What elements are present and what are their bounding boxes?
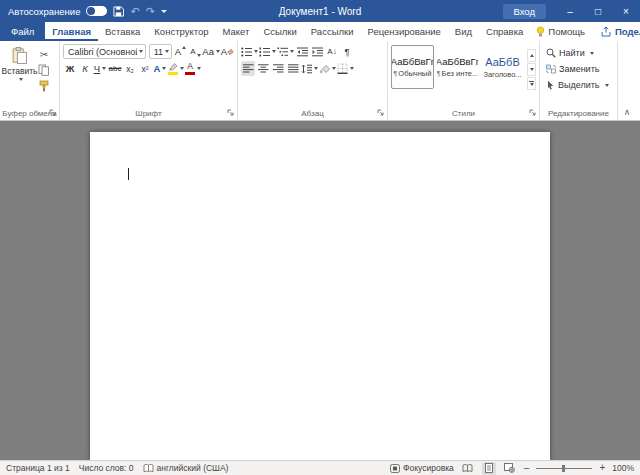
text-effects-button[interactable]: А xyxy=(153,61,167,76)
shrink-font-button[interactable]: А xyxy=(188,44,202,59)
increase-indent-button[interactable] xyxy=(310,44,324,59)
change-case-icon: Аа xyxy=(202,46,214,57)
italic-button[interactable]: К xyxy=(78,61,92,76)
tab-view[interactable]: Вид xyxy=(448,22,479,41)
qat-customize-icon[interactable] xyxy=(161,10,167,13)
document-page[interactable] xyxy=(90,132,550,460)
align-center-button[interactable] xyxy=(256,61,270,76)
replace-button[interactable]: Заменить xyxy=(546,62,613,76)
arrow-down-icon xyxy=(530,68,534,71)
change-case-button[interactable]: Аа xyxy=(203,44,219,59)
chevron-down-icon xyxy=(605,84,609,87)
tab-references[interactable]: Ссылки xyxy=(256,22,303,41)
web-layout-button[interactable] xyxy=(503,462,517,475)
word-count[interactable]: Число слов: 0 xyxy=(79,463,134,473)
style-normal[interactable]: АаБбВвГг ¶ Обычный xyxy=(391,45,434,89)
page-indicator[interactable]: Страница 1 из 1 xyxy=(6,463,70,473)
tab-insert[interactable]: Вставка xyxy=(98,22,147,41)
style-heading-1[interactable]: АаБбВ Заголово... xyxy=(481,45,524,89)
paste-button[interactable]: Вставить xyxy=(3,44,36,106)
paragraph-dialog-launcher-icon[interactable] xyxy=(377,109,385,117)
numbering-button[interactable] xyxy=(259,44,276,59)
read-mode-button[interactable] xyxy=(461,462,475,475)
zoom-slider[interactable] xyxy=(536,468,592,469)
multilevel-list-button[interactable] xyxy=(277,44,294,59)
tab-home[interactable]: Главная xyxy=(45,22,98,41)
collapse-ribbon-button[interactable]: ∧ xyxy=(620,106,634,118)
tab-layout[interactable]: Макет xyxy=(215,22,256,41)
zoom-out-button[interactable]: – xyxy=(524,463,530,473)
find-button[interactable]: Найти xyxy=(546,46,613,60)
font-name-select[interactable]: Calibri (Основной xyxy=(63,44,146,59)
titlebar-controls: Вход – □ × xyxy=(503,0,640,22)
font-color-button[interactable]: А xyxy=(185,61,201,76)
font-name-value: Calibri (Основной xyxy=(68,47,137,57)
justify-button[interactable] xyxy=(286,61,300,76)
borders-icon xyxy=(337,63,348,74)
tab-review[interactable]: Рецензирование xyxy=(360,22,447,41)
minimize-button[interactable]: – xyxy=(556,0,584,22)
focus-label: Фокусировка xyxy=(403,463,454,473)
clipboard-dialog-launcher-icon[interactable] xyxy=(49,109,57,117)
shrink-font-icon: А xyxy=(190,47,195,56)
save-icon[interactable] xyxy=(113,6,124,17)
format-painter-button[interactable] xyxy=(37,79,51,93)
bullets-button[interactable] xyxy=(241,44,258,59)
share-button[interactable]: Поделиться xyxy=(591,22,640,41)
paragraph-group: А ↓ ¶ xyxy=(238,41,388,120)
bold-button[interactable]: Ж xyxy=(63,61,77,76)
tab-help[interactable]: Справка xyxy=(479,22,530,41)
align-left-button[interactable] xyxy=(241,61,255,76)
tell-me-button[interactable]: Помощь xyxy=(530,22,591,41)
decrease-indent-button[interactable] xyxy=(295,44,309,59)
styles-dialog-launcher-icon[interactable] xyxy=(529,109,537,117)
document-canvas[interactable] xyxy=(0,121,640,460)
underline-button[interactable]: Ч xyxy=(93,61,107,76)
select-button[interactable]: Выделить xyxy=(546,78,613,92)
web-layout-icon xyxy=(504,463,515,473)
undo-icon[interactable]: ↶ xyxy=(130,6,139,17)
subscript-button[interactable]: x₂ xyxy=(123,61,137,76)
cut-button[interactable]: ✂ xyxy=(37,47,51,61)
editing-group: Найти Заменить Выделить xyxy=(540,41,618,120)
align-center-icon xyxy=(258,64,269,73)
print-layout-button[interactable] xyxy=(482,462,496,475)
font-dialog-launcher-icon[interactable] xyxy=(227,109,235,117)
highlight-color-button[interactable] xyxy=(168,61,184,76)
zoom-in-button[interactable]: + xyxy=(599,463,605,473)
language-indicator[interactable]: английский (США) xyxy=(143,463,229,473)
maximize-button[interactable]: □ xyxy=(584,0,612,22)
signin-button[interactable]: Вход xyxy=(503,4,547,19)
align-right-icon xyxy=(273,64,284,73)
superscript-button[interactable]: x² xyxy=(138,61,152,76)
styles-more-button[interactable] xyxy=(527,77,536,90)
tab-mailings[interactable]: Рассылки xyxy=(304,22,361,41)
shading-button[interactable] xyxy=(319,61,336,76)
style-no-spacing[interactable]: АаБбВвГг ¶ Без инте... xyxy=(436,45,479,89)
styles-scroll-down-button[interactable] xyxy=(527,63,536,76)
grow-font-button[interactable]: А xyxy=(173,44,187,59)
chevron-down-icon xyxy=(272,50,276,53)
scissors-icon: ✂ xyxy=(40,49,48,60)
sort-button[interactable]: А ↓ xyxy=(325,44,339,59)
redo-icon[interactable]: ↷ xyxy=(146,6,155,17)
clear-formatting-button[interactable]: А xyxy=(220,44,234,59)
borders-button[interactable] xyxy=(337,61,354,76)
line-spacing-button[interactable] xyxy=(301,61,318,76)
show-marks-button[interactable]: ¶ xyxy=(340,44,354,59)
font-size-select[interactable]: 11 xyxy=(149,44,173,59)
autosave-toggle[interactable] xyxy=(86,6,107,16)
style-sample: АаБбВвГг xyxy=(436,56,479,67)
format-painter-icon xyxy=(38,80,50,92)
styles-scroll-up-button[interactable] xyxy=(527,49,536,62)
copy-button[interactable] xyxy=(37,63,51,77)
close-button[interactable]: × xyxy=(612,0,640,22)
zoom-slider-thumb[interactable] xyxy=(562,465,565,472)
tab-design[interactable]: Конструктор xyxy=(147,22,215,41)
tab-file[interactable]: Файл xyxy=(0,22,45,41)
align-right-button[interactable] xyxy=(271,61,285,76)
styles-gallery: АаБбВвГг ¶ Обычный АаБбВвГг ¶ Без инте..… xyxy=(390,43,537,90)
focus-mode-button[interactable]: Фокусировка xyxy=(390,463,454,473)
strikethrough-button[interactable]: abc xyxy=(108,61,122,76)
zoom-level[interactable]: 100% xyxy=(612,463,634,473)
